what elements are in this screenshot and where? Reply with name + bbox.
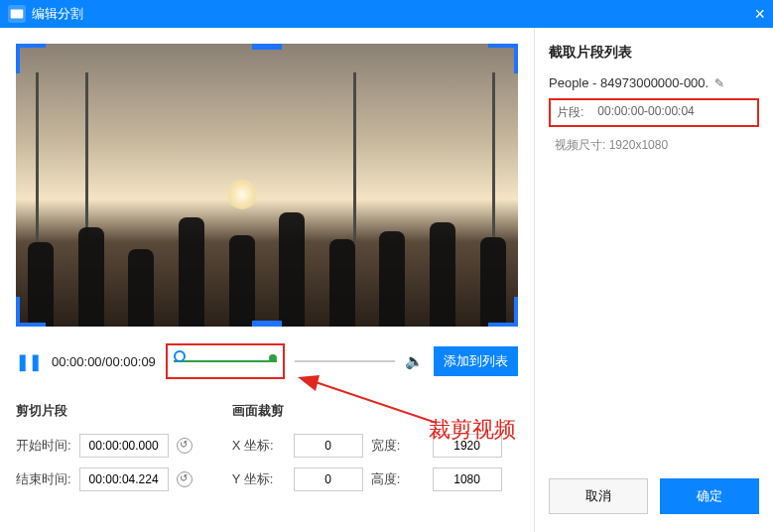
x-input[interactable] (294, 434, 363, 458)
window-title: 编辑分割 (32, 5, 83, 23)
height-input[interactable] (433, 467, 502, 491)
video-preview[interactable] (16, 44, 518, 327)
crop-handle-bl[interactable] (16, 297, 46, 327)
trim-handle-end[interactable] (269, 354, 277, 362)
start-time-label: 开始时间: (16, 437, 71, 455)
annotation-text: 裁剪视频 (429, 415, 516, 445)
svg-rect-1 (11, 10, 24, 19)
x-label: X 坐标: (232, 437, 286, 455)
segment-label: 片段: (557, 104, 583, 121)
segment-file-name: People - 84973000000-000. (549, 75, 709, 90)
pause-icon[interactable]: ❚❚ (16, 352, 42, 371)
start-time-input[interactable] (79, 434, 169, 458)
crop-handle-top[interactable] (252, 44, 282, 50)
y-label: Y 坐标: (232, 470, 286, 488)
segment-range-row[interactable]: 片段: 00:00:00-00:00:04 (549, 98, 759, 127)
reset-end-icon[interactable] (177, 471, 193, 487)
edit-icon[interactable]: ✎ (714, 76, 724, 90)
crop-handle-tl[interactable] (16, 44, 46, 73)
playback-time: 00:00:00/00:00:09 (52, 354, 156, 369)
trim-slider[interactable] (166, 343, 285, 379)
clip-section: 剪切片段 开始时间: 结束时间: (16, 402, 193, 501)
ok-button[interactable]: 确定 (660, 478, 759, 514)
close-icon[interactable]: × (754, 4, 765, 25)
crop-handle-bottom[interactable] (252, 321, 282, 327)
app-logo-icon (8, 5, 26, 23)
cancel-button[interactable]: 取消 (549, 478, 648, 514)
volume-icon[interactable]: 🔈 (405, 352, 424, 370)
reset-start-icon[interactable] (177, 438, 193, 454)
y-input[interactable] (294, 467, 363, 491)
end-time-input[interactable] (79, 467, 169, 491)
segment-file-row[interactable]: People - 84973000000-000. ✎ (549, 75, 759, 90)
width-label: 宽度: (371, 437, 425, 455)
end-time-label: 结束时间: (16, 470, 71, 488)
title-bar: 编辑分割 × (0, 0, 773, 28)
add-to-list-button[interactable]: 添加到列表 (434, 346, 518, 376)
segment-range: 00:00:00-00:00:04 (597, 104, 694, 121)
segment-list-title: 截取片段列表 (549, 44, 759, 62)
height-label: 高度: (371, 470, 425, 488)
trim-handle-start[interactable] (174, 350, 186, 362)
crop-handle-tr[interactable] (488, 44, 518, 73)
clip-section-title: 剪切片段 (16, 402, 193, 420)
segment-dimensions-row: 视频尺寸: 1920x1080 (549, 133, 759, 158)
crop-handle-br[interactable] (488, 297, 518, 327)
timeline-track[interactable] (295, 360, 395, 362)
